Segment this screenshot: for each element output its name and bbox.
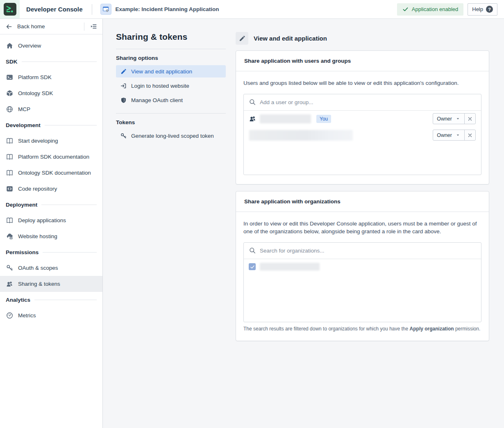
sidebar-group-analytics: Analytics [0, 292, 102, 307]
panel-item-generate-token[interactable]: Generate long-lived scoped token [116, 130, 226, 142]
footer-bold-text: Apply organization [410, 326, 454, 332]
group-label: Analytics [6, 297, 30, 303]
key-icon [120, 132, 127, 139]
sidebar-item-label: Metrics [18, 312, 36, 319]
role-value: Owner [437, 132, 452, 138]
panel-item-manage-oauth-client[interactable]: Manage OAuth client [116, 94, 226, 106]
sidebar-item-sharing-tokens[interactable]: Sharing & tokens [0, 276, 102, 292]
shield-icon [120, 97, 127, 103]
card-title: Share application with organizations [236, 191, 489, 212]
card-description: Users and groups listed below will be ab… [243, 79, 481, 87]
divider [116, 49, 226, 49]
footer-text: permission. [454, 326, 481, 332]
panel-item-label: Generate long-lived scoped token [131, 133, 214, 139]
sidebar-item-platform-sdk[interactable]: Platform SDK [0, 69, 102, 85]
collapse-panel-icon [90, 23, 97, 30]
panel-item-view-edit-application[interactable]: View and edit application [116, 65, 226, 77]
close-icon [467, 132, 473, 138]
sidebar-group-sdk: SDK [0, 54, 102, 69]
organization-row [244, 260, 481, 273]
arrow-left-icon[interactable] [6, 23, 12, 30]
you-badge: You [316, 115, 331, 123]
redacted-user-name [249, 130, 353, 141]
redacted-user-name [260, 114, 311, 123]
status-badge-label: Application enabled [412, 6, 458, 12]
sidebar-item-website-hosting[interactable]: Website hosting [0, 228, 102, 244]
panel-item-label: Manage OAuth client [131, 97, 183, 103]
sidebar-item-label: Sharing & tokens [18, 281, 60, 287]
back-home-label[interactable]: Back home [17, 23, 45, 30]
search-organizations-input[interactable] [260, 248, 476, 254]
key-icon [6, 264, 13, 272]
window-gear-icon [102, 6, 109, 13]
remove-user-button[interactable] [464, 130, 475, 140]
sidebar-item-label: Ontology SDK documentation [18, 170, 91, 176]
developer-console-logo[interactable] [0, 0, 20, 18]
organizations-list [243, 242, 481, 322]
sidebar-item-label: MCP [18, 106, 30, 112]
help-button[interactable]: Help ? [468, 3, 497, 16]
book-icon [6, 169, 13, 177]
sidebar-item-label: Start developing [18, 138, 58, 144]
redacted-organization-name [260, 263, 320, 271]
sidebar-item-mcp[interactable]: MCP [0, 101, 102, 117]
people-icon [249, 115, 256, 122]
sidebar-item-platform-sdk-docs[interactable]: Platform SDK documentation [0, 149, 102, 165]
role-control: Owner [433, 130, 476, 141]
sidebar-item-deploy-applications[interactable]: Deploy applications [0, 212, 102, 228]
application-enabled-badge: Application enabled [397, 3, 463, 16]
section-tokens: Tokens [116, 119, 226, 125]
app-title: Developer Console [26, 6, 83, 13]
sidebar-item-ontology-sdk-docs[interactable]: Ontology SDK documentation [0, 165, 102, 181]
cube-icon [6, 90, 13, 97]
footer-text: The search results are filtered down to … [243, 326, 410, 332]
help-button-label: Help [472, 6, 483, 12]
users-list: You Owner [243, 94, 481, 175]
panel-item-login-hosted-website[interactable]: Login to hosted website [116, 80, 226, 92]
check-icon [402, 6, 409, 12]
sidebar-item-start-developing[interactable]: Start developing [0, 133, 102, 149]
user-search-row [244, 94, 481, 111]
pencil-icon [120, 68, 127, 75]
application-icon [100, 4, 111, 15]
role-dropdown[interactable]: Owner [433, 114, 464, 124]
sidebar-group-permissions: Permissions [0, 244, 102, 260]
collapse-sidebar-button[interactable] [88, 21, 99, 32]
terminal-icon [6, 74, 13, 81]
header-divider [92, 4, 92, 15]
application-name: Example: Incident Planning Application [116, 6, 219, 12]
close-icon [467, 116, 473, 122]
card-title: Share application with users and groups [236, 51, 489, 71]
group-label: Deployment [6, 202, 37, 208]
sidebar-item-ontology-sdk[interactable]: Ontology SDK [0, 85, 102, 101]
code-icon [6, 185, 13, 193]
add-user-or-group-input[interactable] [260, 99, 476, 105]
sidebar-item-overview[interactable]: Overview [0, 38, 102, 54]
sidebar-group-deployment: Deployment [0, 197, 102, 212]
group-label: Development [6, 122, 41, 128]
sidebar-item-metrics[interactable]: Metrics [0, 307, 102, 323]
role-value: Owner [437, 116, 452, 122]
sidebar-item-code-repository[interactable]: Code repository [0, 181, 102, 197]
search-icon [249, 247, 256, 254]
cloud-server-icon [6, 233, 13, 240]
share-organizations-card: Share application with organizations In … [236, 191, 489, 341]
globe-icon [6, 106, 13, 113]
page-title: View and edit application [254, 35, 327, 42]
sharing-tokens-panel: Sharing & tokens Sharing options View an… [103, 19, 236, 428]
sidebar-item-label: Ontology SDK [18, 90, 53, 96]
pencil-icon [236, 32, 248, 45]
sidebar-item-oauth-scopes[interactable]: OAuth & scopes [0, 260, 102, 276]
sidebar-item-label: Platform SDK documentation [18, 154, 89, 160]
divider [84, 23, 84, 31]
role-dropdown[interactable]: Owner [433, 130, 464, 140]
sidebar-item-label: OAuth & scopes [18, 265, 58, 271]
organization-checkbox-checked[interactable] [249, 263, 256, 270]
back-home-row: Back home [0, 19, 102, 34]
people-icon [6, 280, 13, 288]
sign-in-icon [120, 82, 127, 89]
home-icon [6, 42, 13, 50]
group-label: Permissions [6, 249, 39, 255]
main-sidebar: Back home Overview SDK Platform SDK [0, 19, 103, 428]
remove-user-button[interactable] [464, 114, 475, 124]
